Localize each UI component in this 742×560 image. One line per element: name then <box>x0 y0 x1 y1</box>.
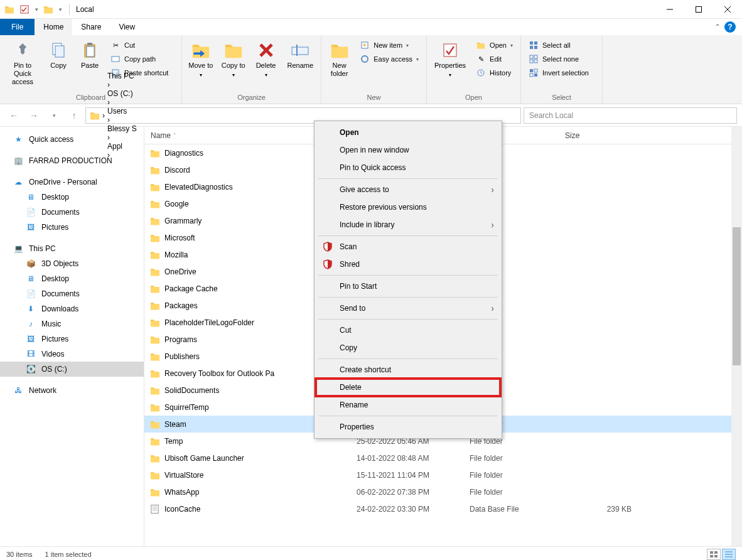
minimize-button[interactable] <box>655 0 684 19</box>
file-icon <box>149 504 161 514</box>
select-none-button[interactable]: Select none <box>525 53 593 65</box>
status-item-count: 30 items <box>6 551 33 558</box>
easy-access-button[interactable]: Easy access ▾ <box>356 53 422 65</box>
file-row[interactable]: WhatsApp06-02-2022 07:38 PMFile folder <box>144 483 742 500</box>
copy-path-button[interactable]: Copy path <box>107 53 172 65</box>
context-menu-label: Copy <box>340 343 357 352</box>
tab-view[interactable]: View <box>110 19 144 35</box>
tree-desktop[interactable]: 🖥Desktop <box>0 190 144 205</box>
forward-button[interactable]: → <box>25 107 43 124</box>
column-size[interactable]: Size <box>559 131 634 140</box>
copy-to-button[interactable]: Copy to▾ <box>218 38 249 82</box>
tree-documents2[interactable]: 📄Documents <box>0 286 144 301</box>
qat-properties-icon[interactable] <box>18 3 31 16</box>
folder-icon <box>149 199 161 209</box>
context-menu-create-shortcut[interactable]: Create shortcut <box>316 361 500 379</box>
qat-dropdown2-icon[interactable]: ▾ <box>56 3 64 16</box>
context-menu-scan[interactable]: Scan <box>316 238 500 256</box>
tree-os-c[interactable]: 💽OS (C:) <box>0 362 144 377</box>
context-menu-delete[interactable]: Delete <box>316 379 500 396</box>
tree-pictures[interactable]: 🖼Pictures <box>0 220 144 235</box>
context-menu-include-in-library[interactable]: Include in library <box>316 216 500 234</box>
open-button[interactable]: Open ▾ <box>472 39 517 51</box>
chevron-right-icon[interactable]: › <box>107 80 110 89</box>
context-menu-restore-previous-versions[interactable]: Restore previous versions <box>316 198 500 216</box>
tree-quick-access[interactable]: ★Quick access <box>0 132 144 147</box>
qat-dropdown-icon[interactable]: ▾ <box>33 3 40 16</box>
context-menu-give-access-to[interactable]: Give access to <box>316 181 500 198</box>
move-to-button[interactable]: Move to▾ <box>186 38 216 82</box>
scrollbar-thumb[interactable] <box>733 227 741 365</box>
context-menu-cut[interactable]: Cut <box>316 321 500 339</box>
up-button[interactable]: ↑ <box>65 107 83 124</box>
tree-documents[interactable]: 📄Documents <box>0 205 144 220</box>
organize-group-label: Organize <box>186 92 317 102</box>
context-menu-shred[interactable]: Shred <box>316 256 500 273</box>
tree-farrad[interactable]: 🏢FARRAD PRODUCTION <box>0 153 144 168</box>
context-menu-properties[interactable]: Properties <box>316 418 500 436</box>
folder-icon <box>149 453 161 463</box>
edit-button[interactable]: ✎Edit <box>472 53 517 65</box>
videos-icon: 🎞 <box>25 349 36 359</box>
tree-network[interactable]: 🖧Network <box>0 383 144 398</box>
new-group-label: New <box>325 92 422 102</box>
svg-rect-27 <box>534 55 537 58</box>
select-all-button[interactable]: Select all <box>525 39 593 51</box>
tree-downloads[interactable]: ⬇Downloads <box>0 301 144 316</box>
cut-button[interactable]: ✂Cut <box>107 39 172 51</box>
properties-button[interactable]: Properties▾ <box>431 38 470 82</box>
breadcrumb-segment[interactable]: This PC <box>107 72 137 80</box>
tree-this-pc[interactable]: 💻This PC <box>0 241 144 256</box>
rename-button[interactable]: Rename <box>283 38 317 72</box>
context-menu-pin-to-start[interactable]: Pin to Start <box>316 277 500 295</box>
pin-to-quick-access-button[interactable]: Pin to Quick access <box>4 38 41 89</box>
chevron-right-icon[interactable]: › <box>102 111 105 120</box>
invert-selection-button[interactable]: Invert selection <box>525 67 593 79</box>
tree-desktop2[interactable]: 🖥Desktop <box>0 271 144 286</box>
maximize-button[interactable] <box>684 0 713 19</box>
view-details-button[interactable] <box>722 549 736 560</box>
context-menu-open[interactable]: Open <box>316 124 500 141</box>
search-input[interactable]: Search Local <box>524 107 737 124</box>
paste-button[interactable]: Paste <box>75 38 104 72</box>
collapse-ribbon-icon[interactable]: ⌃ <box>714 23 721 31</box>
context-menu-rename[interactable]: Rename <box>316 396 500 414</box>
objects3d-icon: 📦 <box>25 259 36 269</box>
title-bar: ▾ ▾ Local <box>0 0 742 19</box>
tree-pictures2[interactable]: 🖼Pictures <box>0 331 144 347</box>
chevron-right-icon[interactable]: › <box>107 98 110 107</box>
tree-onedrive[interactable]: ☁OneDrive - Personal <box>0 175 144 190</box>
close-button[interactable] <box>713 0 742 19</box>
context-menu-copy[interactable]: Copy <box>316 339 500 357</box>
delete-button[interactable]: Delete▾ <box>251 38 281 82</box>
context-menu-send-to[interactable]: Send to <box>316 299 500 317</box>
folder-icon <box>149 216 161 226</box>
tree-3d-objects[interactable]: 📦3D Objects <box>0 256 144 271</box>
tab-share[interactable]: Share <box>72 19 110 35</box>
tab-file[interactable]: File <box>0 19 35 35</box>
context-menu-open-in-new-window[interactable]: Open in new window <box>316 141 500 159</box>
recent-locations-button[interactable]: ▾ <box>45 107 63 124</box>
context-menu-pin-to-quick-access[interactable]: Pin to Quick access <box>316 159 500 176</box>
tree-music[interactable]: ♪Music <box>0 316 144 331</box>
tree-videos[interactable]: 🎞Videos <box>0 347 144 362</box>
copy-button[interactable]: Copy <box>44 38 73 72</box>
file-row[interactable]: IconCache24-02-2022 03:30 PMData Base Fi… <box>144 500 742 517</box>
new-folder-button[interactable]: New folder <box>325 38 353 80</box>
qat-folder-icon[interactable] <box>3 3 16 16</box>
breadcrumb-segment[interactable]: OS (C:) <box>107 89 137 98</box>
back-button[interactable]: ← <box>5 107 23 124</box>
tab-home[interactable]: Home <box>35 19 72 35</box>
new-item-button[interactable]: ✶New item ▾ <box>356 39 422 51</box>
file-row[interactable]: Ubisoft Game Launcher14-01-2022 08:48 AM… <box>144 450 742 466</box>
file-row[interactable]: VirtualStore15-11-2021 11:04 PMFile fold… <box>144 466 742 483</box>
view-thumbnails-button[interactable] <box>707 549 721 560</box>
scrollbar[interactable] <box>731 127 742 546</box>
folder-icon <box>149 470 161 480</box>
chevron-right-icon[interactable]: › <box>107 116 110 124</box>
history-button[interactable]: History <box>472 67 517 79</box>
downloads-icon: ⬇ <box>25 304 36 314</box>
qat-new-folder-icon[interactable] <box>41 3 55 16</box>
breadcrumb-segment[interactable]: Users <box>107 107 137 116</box>
help-icon[interactable]: ? <box>724 21 736 33</box>
